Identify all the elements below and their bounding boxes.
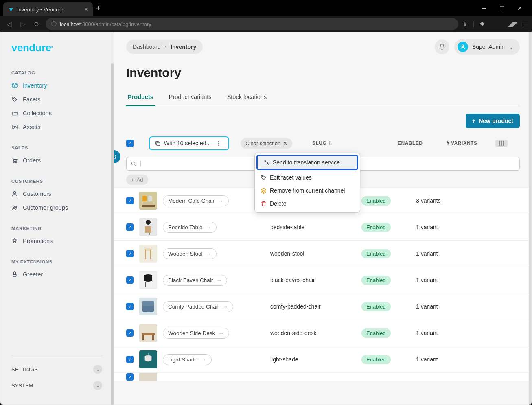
svg-point-21 bbox=[146, 220, 151, 225]
main-scrollbar[interactable] bbox=[529, 32, 532, 405]
forward-icon[interactable]: ▷ bbox=[18, 20, 28, 28]
product-thumbnail bbox=[139, 324, 157, 342]
trash-icon bbox=[261, 201, 267, 207]
product-thumbnail bbox=[139, 271, 157, 289]
sidebar-item-greeter[interactable]: Greeter bbox=[0, 267, 114, 281]
row-checkbox[interactable]: ✓ bbox=[126, 373, 134, 381]
logo[interactable]: vendure• bbox=[0, 32, 114, 61]
plus-icon: + bbox=[472, 118, 475, 124]
back-icon[interactable]: ◁ bbox=[4, 20, 14, 28]
product-name-link[interactable]: Wooden Stool→ bbox=[163, 248, 217, 259]
arrow-right-icon: → bbox=[218, 198, 223, 204]
sidebar-item-customers[interactable]: Customers bbox=[0, 187, 114, 201]
dropdown-remove-from-channel[interactable]: Remove from current channel bbox=[255, 184, 360, 197]
share-icon[interactable]: ⇪ bbox=[462, 20, 468, 28]
row-checkbox[interactable]: ✓ bbox=[126, 197, 134, 204]
browser-menu-icon[interactable]: ☰ bbox=[522, 20, 528, 28]
tab-products[interactable]: Products bbox=[126, 90, 155, 106]
nav-section-header: CATALOG bbox=[0, 67, 114, 79]
status-badge: Enabled bbox=[361, 355, 391, 364]
site-info-icon[interactable]: ⓘ bbox=[51, 20, 57, 28]
table-row: ✓Wooden Side Desk→wooden-side-deskEnable… bbox=[114, 320, 532, 346]
column-header-variants[interactable]: # VARIANTS bbox=[447, 140, 495, 146]
select-all-checkbox[interactable]: ✓ bbox=[126, 140, 134, 147]
extension-icon[interactable]: ◢◤ bbox=[508, 20, 517, 28]
sidebar-item-assets[interactable]: Assets bbox=[0, 120, 114, 134]
sidebar-item-orders[interactable]: Orders bbox=[0, 153, 114, 167]
url-path: /admin/catalog/inventory bbox=[94, 21, 151, 27]
product-name-link[interactable]: Modern Cafe Chair→ bbox=[163, 195, 229, 206]
svg-rect-25 bbox=[139, 245, 157, 263]
close-tab-icon[interactable]: × bbox=[84, 6, 88, 13]
product-name-link[interactable]: Black Eaves Chair→ bbox=[163, 275, 227, 286]
new-tab-button[interactable]: + bbox=[96, 4, 101, 13]
svg-rect-17 bbox=[142, 196, 147, 201]
shield-icon[interactable]: ⯁ bbox=[479, 20, 486, 28]
new-product-button[interactable]: + New product bbox=[466, 114, 520, 128]
sidebar-item-facets[interactable]: Facets bbox=[0, 92, 114, 106]
tag-icon bbox=[261, 175, 267, 181]
arrow-right-icon: → bbox=[201, 357, 206, 363]
product-name-link[interactable]: Comfy Padded Chair→ bbox=[163, 301, 233, 312]
sidebar-item-promotions[interactable]: Promotions bbox=[0, 234, 114, 248]
user-menu[interactable]: Super Admin ⌄ bbox=[454, 39, 520, 55]
sidebar-settings[interactable]: SETTINGS ⌄ bbox=[0, 361, 114, 377]
clear-selection-button[interactable]: Clear selection ✕ bbox=[241, 138, 292, 149]
table-row: ✓Light Shade→light-shadeEnabled1 variant bbox=[114, 346, 532, 373]
row-checkbox[interactable]: ✓ bbox=[126, 303, 134, 310]
row-checkbox[interactable]: ✓ bbox=[126, 356, 134, 363]
close-window-icon[interactable]: ✕ bbox=[514, 5, 525, 11]
dropdown-edit-facet-values[interactable]: Edit facet values bbox=[255, 171, 360, 184]
browser-title-bar: Inventory • Vendure × + ─ ☐ ✕ bbox=[0, 0, 532, 16]
address-bar[interactable]: ⓘ localhost:3000/admin/catalog/inventory bbox=[46, 18, 458, 30]
notifications-button[interactable] bbox=[435, 39, 449, 54]
row-checkbox[interactable]: ✓ bbox=[126, 223, 134, 231]
browser-tab[interactable]: Inventory • Vendure × bbox=[3, 2, 93, 16]
tab-product-variants[interactable]: Product variants bbox=[167, 90, 213, 106]
add-filter-button[interactable]: + Ad bbox=[126, 175, 148, 185]
tab-stock-locations[interactable]: Stock locations bbox=[225, 90, 269, 106]
chevron-down-icon: ⌄ bbox=[93, 365, 102, 374]
chevron-down-icon: ⌄ bbox=[93, 381, 102, 390]
user-name: Super Admin bbox=[472, 44, 505, 50]
sidebar-scrollbar[interactable] bbox=[111, 63, 114, 405]
dropdown-send-to-translation[interactable]: Send to translation service bbox=[256, 155, 358, 170]
bulk-actions-button[interactable]: With 10 selected... ⋮ bbox=[149, 136, 229, 150]
sidebar-item-customer-groups[interactable]: Customer groups bbox=[0, 201, 114, 215]
row-checkbox[interactable]: ✓ bbox=[126, 276, 134, 284]
svg-rect-37 bbox=[142, 335, 144, 340]
svg-rect-19 bbox=[142, 205, 155, 207]
table-row: ✓ bbox=[114, 373, 532, 381]
vendure-favicon-icon bbox=[8, 7, 14, 12]
product-slug: comfy-padded-chair bbox=[270, 303, 356, 310]
breadcrumb-dashboard[interactable]: Dashboard bbox=[133, 44, 161, 50]
status-badge: Enabled bbox=[361, 328, 391, 338]
column-settings-button[interactable] bbox=[495, 140, 508, 147]
maximize-icon[interactable]: ☐ bbox=[496, 5, 508, 11]
row-checkbox[interactable]: ✓ bbox=[126, 250, 134, 257]
product-name-link[interactable]: Bedside Table→ bbox=[163, 222, 217, 233]
sidebar-item-collections[interactable]: Collections bbox=[0, 106, 114, 120]
svg-rect-31 bbox=[151, 282, 151, 287]
dropdown-delete[interactable]: Delete bbox=[255, 197, 360, 210]
status-badge: Enabled bbox=[361, 196, 391, 206]
status-badge: Enabled bbox=[361, 276, 391, 285]
arrow-right-icon: → bbox=[206, 251, 212, 257]
search-toggle-button[interactable] bbox=[114, 150, 120, 163]
product-name-link[interactable]: Wooden Side Desk→ bbox=[163, 328, 229, 339]
product-name-link[interactable]: Light Shade→ bbox=[163, 354, 212, 365]
nav-section-header: MARKETING bbox=[0, 223, 114, 234]
sidebar-item-inventory[interactable]: Inventory bbox=[0, 79, 114, 92]
svg-rect-23 bbox=[147, 233, 147, 235]
sidebar-system[interactable]: SYSTEM ⌄ bbox=[0, 377, 114, 394]
page-title: Inventory bbox=[126, 66, 520, 80]
svg-rect-10 bbox=[499, 141, 500, 146]
reload-icon[interactable]: ⟳ bbox=[32, 20, 42, 28]
column-header-slug[interactable]: SLUG ⇅ bbox=[312, 140, 398, 146]
page-tabs: ProductsProduct variantsStock locations bbox=[126, 90, 520, 106]
column-header-enabled[interactable]: ENABLED bbox=[398, 140, 447, 146]
row-checkbox[interactable]: ✓ bbox=[126, 329, 134, 337]
minimize-icon[interactable]: ─ bbox=[478, 5, 490, 11]
bell-icon bbox=[439, 44, 445, 50]
variant-count: 1 variant bbox=[416, 224, 473, 230]
